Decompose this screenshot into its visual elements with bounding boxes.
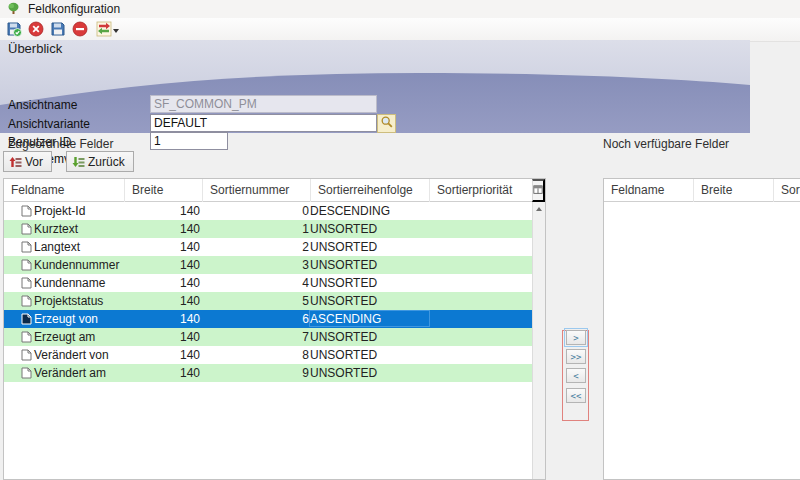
document-icon [21,295,32,307]
move-up-button[interactable]: Vor [3,151,52,172]
table-row[interactable]: Langtext1402UNSORTED [4,238,533,256]
table-row[interactable]: Erzeugt am1407UNSORTED [4,328,533,346]
save-confirm-icon [6,21,22,37]
move-all-right-button[interactable]: >> [566,349,586,364]
col-sortierprioritaet[interactable]: Sortierpriorität [429,179,532,202]
document-icon [21,223,32,235]
move-up-icon [8,155,22,169]
move-back-button[interactable]: Zurück [66,151,134,172]
document-icon [21,313,32,325]
delete-icon [72,21,88,37]
table-row-selected[interactable]: Erzeugt von1406ASCENDING [4,310,533,328]
overview-section: Überblick Ansichtname Ansichtvariante Be… [0,40,750,133]
col-feldname[interactable]: Feldname [604,179,693,202]
document-icon [21,241,32,253]
lookup-button[interactable] [377,114,396,133]
document-icon [21,331,32,343]
ansichtname-field [150,95,377,113]
ansichtname-label: Ansichtname [8,98,77,112]
cancel-icon [28,21,44,37]
cancel-button[interactable] [27,21,45,39]
move-right-button[interactable]: > [566,330,586,345]
scroll-up-arrow[interactable] [533,202,545,217]
col-breite[interactable]: Breite [693,179,773,202]
col-sortierreihenfolge[interactable]: Sortierreihenfolge [310,179,429,202]
table-row[interactable]: Verändert am1409UNSORTED [4,364,533,382]
document-icon [21,277,32,289]
assigned-fields-title: Zugeordnete Felder [8,137,113,151]
delete-button[interactable] [71,21,89,39]
dropdown-caret[interactable] [113,29,119,33]
document-icon [21,205,32,217]
toolbar [0,18,800,42]
column-chooser-icon [533,185,543,195]
column-chooser-button[interactable] [532,179,545,202]
vertical-scrollbar[interactable] [532,202,545,479]
focused-cell-outline [309,310,430,327]
save-icon [50,21,66,37]
assigned-table-header: Feldname Breite Sortiernummer Sortierrei… [4,179,545,202]
transfer-button[interactable] [95,21,113,39]
transfer-icon [96,21,112,37]
col-breite[interactable]: Breite [124,179,202,202]
table-row[interactable]: Kundenname1404UNSORTED [4,274,533,292]
move-back-label: Zurück [88,155,125,169]
assigned-fields-table: Feldname Breite Sortiernummer Sortierrei… [3,178,546,480]
table-row[interactable]: Verändert von1408UNSORTED [4,346,533,364]
col-sorti[interactable]: Sorti [773,179,800,202]
table-row[interactable]: Kundennummer1403UNSORTED [4,256,533,274]
tree-icon [7,2,20,15]
document-icon [21,367,32,379]
table-row[interactable]: Kurztext1401UNSORTED [4,220,533,238]
move-up-label: Vor [25,155,43,169]
available-fields-table: Feldname Breite Sorti [603,178,800,480]
window-title: Feldkonfiguration [28,2,120,16]
ansichtvariante-label: Ansichtvariante [8,117,90,131]
col-feldname[interactable]: Feldname [4,179,124,202]
move-all-left-button[interactable]: << [566,388,586,403]
available-table-header: Feldname Breite Sorti [604,179,800,202]
magnifier-icon [380,115,394,129]
table-row[interactable]: Projekt-Id1400DESCENDING [4,202,533,220]
document-icon [21,259,32,271]
table-row[interactable]: Projektstatus1405UNSORTED [4,292,533,310]
col-sortiernummer[interactable]: Sortiernummer [202,179,310,202]
document-icon [21,349,32,361]
save-button[interactable] [49,21,67,39]
save-confirm-button[interactable] [5,21,23,39]
available-fields-title: Noch verfügbare Felder [603,137,729,151]
titlebar: Feldkonfiguration [0,0,800,18]
ansichtvariante-field[interactable] [150,114,377,132]
benutzer-id-field[interactable] [150,132,228,150]
move-left-button[interactable]: < [566,368,586,383]
move-back-icon [71,155,85,169]
overview-title: Überblick [8,41,62,56]
